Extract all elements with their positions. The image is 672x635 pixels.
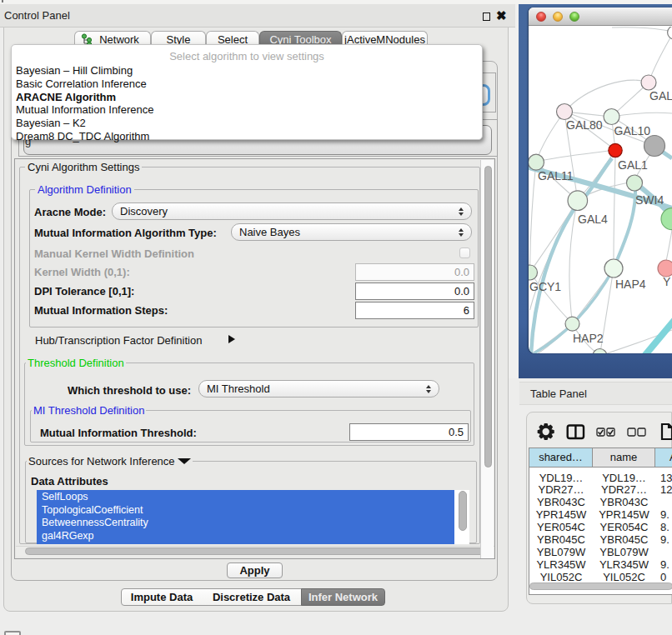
svg-text:HAP4: HAP4 xyxy=(615,278,646,291)
svg-text:GAL10: GAL10 xyxy=(614,124,651,138)
svg-text:Y: Y xyxy=(663,275,671,288)
svg-text:GAL2: GAL2 xyxy=(649,89,672,102)
svg-text:GAL11: GAL11 xyxy=(538,169,574,182)
svg-text:HAP2: HAP2 xyxy=(573,332,604,345)
svg-text:GAL4: GAL4 xyxy=(578,212,608,226)
svg-text:GAL1: GAL1 xyxy=(618,158,648,172)
svg-text:SWI4: SWI4 xyxy=(635,193,664,207)
svg-text:GAL80: GAL80 xyxy=(566,118,603,132)
svg-text:GCY1: GCY1 xyxy=(529,280,561,293)
